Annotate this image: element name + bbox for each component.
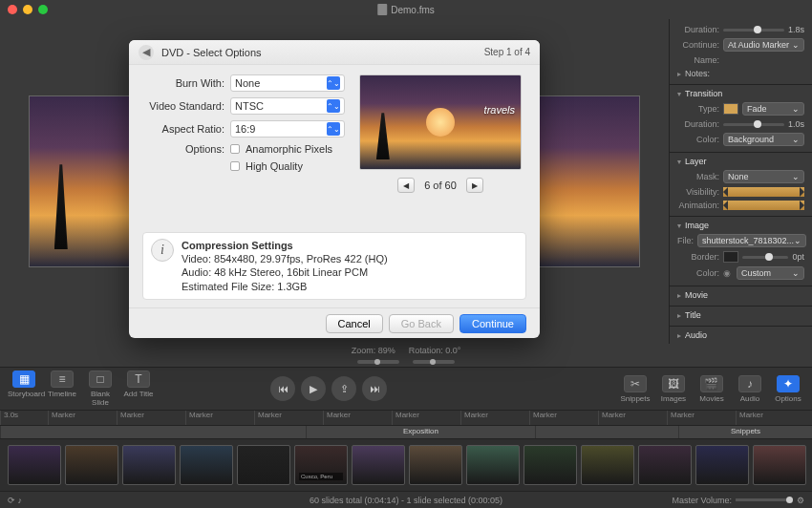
- section-transition[interactable]: ▾Transition: [670, 84, 812, 98]
- section-audio[interactable]: ▸Audio: [670, 326, 812, 340]
- zoom-slider[interactable]: [357, 360, 399, 364]
- border-slider[interactable]: [742, 256, 788, 259]
- timeline-clip[interactable]: [8, 445, 61, 485]
- ruler-marker[interactable]: Marker: [598, 411, 667, 425]
- share-button[interactable]: ⇪: [331, 376, 356, 401]
- preview-next-button[interactable]: ▶: [466, 178, 483, 193]
- transition-type-select[interactable]: Fade⌄: [742, 102, 804, 116]
- layer-visibility-control[interactable]: [723, 187, 804, 197]
- tool-audio[interactable]: ♪Audio: [734, 375, 766, 403]
- timeline-ruler[interactable]: 3.0sMarkerMarkerMarkerMarkerMarkerMarker…: [0, 411, 812, 426]
- duration-label: Duration:: [677, 25, 719, 34]
- info-icon: i: [151, 239, 174, 262]
- volume-slider[interactable]: [736, 498, 793, 501]
- timeline-clip[interactable]: [695, 445, 749, 485]
- anamorphic-label: Anamorphic Pixels: [246, 143, 332, 155]
- close-window-button[interactable]: [8, 5, 17, 14]
- minimize-window-button[interactable]: [23, 5, 32, 14]
- highquality-label: High Quality: [246, 160, 303, 172]
- play-button[interactable]: ▶: [301, 376, 326, 401]
- music-icon[interactable]: ♪: [18, 496, 23, 505]
- preview-overlay-text: travels: [484, 104, 515, 116]
- forward-button[interactable]: ⏭: [362, 376, 387, 401]
- tool-timeline[interactable]: ≡Timeline: [46, 370, 78, 407]
- duration-value: 1.8s: [788, 25, 804, 34]
- timeline-clip[interactable]: [581, 445, 634, 485]
- section-movie[interactable]: ▸Movie: [670, 286, 812, 300]
- transition-color-select[interactable]: Background⌄: [723, 133, 804, 146]
- layer-mask-select[interactable]: None⌄: [723, 170, 804, 183]
- ruler-marker[interactable]: Marker: [736, 411, 804, 425]
- preview-page-indicator: 6 of 60: [424, 180, 457, 191]
- timeline-clip[interactable]: [753, 445, 806, 485]
- canvas-controls: Zoom: 89% Rotation: 0.0°: [0, 344, 812, 357]
- notes-label[interactable]: Notes:: [685, 69, 710, 78]
- highquality-checkbox[interactable]: [230, 161, 240, 171]
- preview-prev-button[interactable]: ◀: [397, 178, 415, 193]
- document-title: Demo.fms: [377, 4, 435, 15]
- image-color-select[interactable]: Custom⌄: [737, 266, 804, 280]
- video-standard-select[interactable]: NTSC⌃⌄: [230, 97, 345, 115]
- timeline-clip[interactable]: [237, 445, 290, 485]
- continue-button[interactable]: Continue: [459, 314, 526, 333]
- ruler-marker[interactable]: Marker: [667, 411, 736, 425]
- timeline-clip[interactable]: [409, 445, 462, 485]
- section-title[interactable]: ▸Title: [670, 306, 812, 320]
- burn-with-select[interactable]: None⌃⌄: [230, 74, 345, 92]
- ruler-marker[interactable]: Marker: [117, 411, 185, 425]
- name-label: Name:: [677, 55, 719, 65]
- tool-blank-slide[interactable]: □Blank Slide: [84, 370, 117, 407]
- document-icon: [377, 4, 387, 15]
- compression-info: i Compression Settings Video: 854x480, 2…: [142, 232, 526, 300]
- document-name: Demo.fms: [391, 5, 435, 15]
- transition-duration-slider[interactable]: [723, 123, 784, 126]
- zoom-window-button[interactable]: [38, 5, 48, 14]
- ruler-marker[interactable]: Marker: [460, 411, 529, 425]
- tool-snippets[interactable]: ✂Snippets: [619, 375, 652, 403]
- timeline-clip[interactable]: [524, 445, 577, 485]
- loop-icon[interactable]: ⟳: [8, 496, 15, 505]
- timeline-clip[interactable]: [466, 445, 520, 485]
- rotation-slider[interactable]: [413, 360, 455, 364]
- continue-select[interactable]: At Audio Marker⌄: [723, 38, 804, 52]
- duration-slider[interactable]: [723, 29, 784, 32]
- ruler-marker[interactable]: Marker: [323, 411, 392, 425]
- titlebar: Demo.fms: [0, 0, 812, 19]
- image-file-select[interactable]: shutterstock_7818302...⌄: [697, 234, 806, 247]
- timeline-track[interactable]: Cusco, Peru: [0, 439, 812, 491]
- ruler-marker[interactable]: Marker: [529, 411, 598, 425]
- status-bar: ⟳ ♪ 60 slides total (0:04:14) - 1 slide …: [0, 491, 812, 508]
- compression-heading: Compression Settings: [182, 239, 388, 252]
- section-image[interactable]: ▾Image: [670, 216, 812, 230]
- ruler-marker[interactable]: Marker: [48, 411, 117, 425]
- cancel-button[interactable]: Cancel: [326, 314, 383, 333]
- tool-images[interactable]: 🖼Images: [657, 375, 690, 403]
- section-layer[interactable]: ▾Layer: [670, 152, 812, 166]
- tool-options[interactable]: ✦Options: [772, 375, 804, 403]
- go-back-button[interactable]: Go Back: [389, 314, 454, 333]
- export-dialog: ◀ DVD - Select Options Step 1 of 4 Burn …: [129, 40, 540, 338]
- timeline-clip[interactable]: [352, 445, 405, 485]
- transition-swatch: [723, 103, 738, 115]
- ruler-marker[interactable]: Marker: [185, 411, 254, 425]
- burn-with-label: Burn With:: [142, 77, 224, 89]
- settings-icon[interactable]: ⚙: [797, 496, 804, 505]
- timeline-clip[interactable]: [122, 445, 176, 485]
- tool-movies[interactable]: 🎬Movies: [695, 375, 728, 403]
- layer-animation-control[interactable]: [723, 201, 804, 210]
- ruler-marker[interactable]: Marker: [392, 411, 460, 425]
- border-swatch[interactable]: [723, 251, 738, 263]
- aspect-ratio-select[interactable]: 16:9⌃⌄: [230, 120, 345, 138]
- dialog-back-button[interactable]: ◀: [139, 45, 154, 60]
- timeline-clip[interactable]: [180, 445, 233, 485]
- timeline-clip[interactable]: [65, 445, 118, 485]
- ruler-marker[interactable]: Marker: [254, 411, 323, 425]
- rewind-button[interactable]: ⏮: [270, 376, 295, 401]
- tool-storyboard[interactable]: ▦Storyboard: [8, 370, 40, 407]
- toolbar: ▦Storyboard≡Timeline□Blank SlideTAdd Tit…: [0, 367, 812, 411]
- status-summary: 60 slides total (0:04:14) - 1 slide sele…: [310, 496, 502, 505]
- anamorphic-checkbox[interactable]: [230, 144, 240, 154]
- timeline-clip[interactable]: Cusco, Peru: [294, 445, 348, 485]
- timeline-clip[interactable]: [638, 445, 692, 485]
- tool-add-title[interactable]: TAdd Title: [122, 370, 155, 407]
